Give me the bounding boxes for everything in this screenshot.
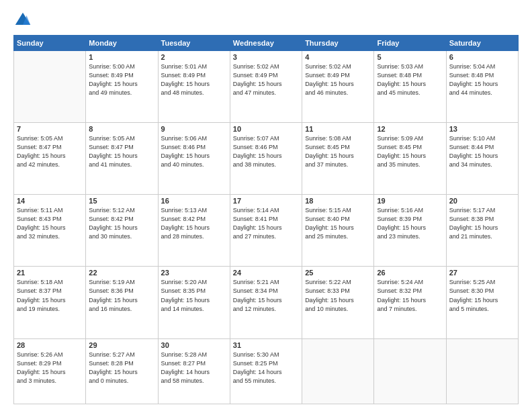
weekday-header-saturday: Saturday — [446, 36, 518, 51]
calendar-cell: 22Sunrise: 5:19 AMSunset: 8:36 PMDayligh… — [86, 267, 158, 338]
day-info: Sunrise: 5:25 AMSunset: 8:30 PMDaylight:… — [449, 278, 515, 313]
calendar-cell: 17Sunrise: 5:14 AMSunset: 8:41 PMDayligh… — [230, 195, 302, 267]
day-info: Sunrise: 5:12 AMSunset: 8:42 PMDaylight:… — [89, 206, 154, 241]
day-info: Sunrise: 5:24 AMSunset: 8:32 PMDaylight:… — [377, 278, 443, 313]
calendar-cell: 9Sunrise: 5:06 AMSunset: 8:46 PMDaylight… — [158, 123, 230, 195]
day-number: 5 — [377, 53, 443, 61]
day-number: 29 — [89, 341, 154, 349]
calendar-cell: 15Sunrise: 5:12 AMSunset: 8:42 PMDayligh… — [86, 195, 158, 267]
week-row-5: 28Sunrise: 5:26 AMSunset: 8:29 PMDayligh… — [14, 338, 519, 404]
day-info: Sunrise: 5:16 AMSunset: 8:39 PMDaylight:… — [377, 206, 443, 241]
weekday-header-friday: Friday — [374, 36, 446, 51]
day-number: 26 — [377, 269, 443, 277]
calendar-cell: 10Sunrise: 5:07 AMSunset: 8:46 PMDayligh… — [230, 123, 302, 195]
calendar-cell: 29Sunrise: 5:27 AMSunset: 8:28 PMDayligh… — [86, 338, 158, 404]
day-number: 28 — [17, 341, 83, 349]
calendar-cell: 21Sunrise: 5:18 AMSunset: 8:37 PMDayligh… — [14, 267, 86, 338]
day-info: Sunrise: 5:17 AMSunset: 8:38 PMDaylight:… — [449, 206, 515, 241]
calendar-cell: 3Sunrise: 5:02 AMSunset: 8:49 PMDaylight… — [230, 51, 302, 123]
calendar-cell: 25Sunrise: 5:22 AMSunset: 8:33 PMDayligh… — [302, 267, 374, 338]
day-number: 2 — [161, 53, 227, 61]
calendar-cell: 2Sunrise: 5:01 AMSunset: 8:49 PMDaylight… — [158, 51, 230, 123]
day-info: Sunrise: 5:30 AMSunset: 8:25 PMDaylight:… — [233, 351, 299, 385]
calendar-cell: 31Sunrise: 5:30 AMSunset: 8:25 PMDayligh… — [230, 338, 302, 404]
day-info: Sunrise: 5:07 AMSunset: 8:46 PMDaylight:… — [233, 134, 299, 169]
day-number: 7 — [17, 125, 83, 133]
day-info: Sunrise: 5:08 AMSunset: 8:45 PMDaylight:… — [305, 134, 371, 169]
calendar-cell: 6Sunrise: 5:04 AMSunset: 8:48 PMDaylight… — [446, 51, 518, 123]
day-number: 19 — [377, 197, 443, 205]
day-number: 9 — [161, 125, 227, 133]
calendar-cell: 20Sunrise: 5:17 AMSunset: 8:38 PMDayligh… — [446, 195, 518, 267]
day-info: Sunrise: 5:11 AMSunset: 8:43 PMDaylight:… — [17, 206, 83, 241]
day-number: 24 — [233, 269, 299, 277]
day-info: Sunrise: 5:05 AMSunset: 8:47 PMDaylight:… — [89, 134, 154, 169]
calendar-cell: 12Sunrise: 5:09 AMSunset: 8:45 PMDayligh… — [374, 123, 446, 195]
calendar-cell: 4Sunrise: 5:02 AMSunset: 8:49 PMDaylight… — [302, 51, 374, 123]
day-info: Sunrise: 5:18 AMSunset: 8:37 PMDaylight:… — [17, 278, 83, 313]
day-info: Sunrise: 5:05 AMSunset: 8:47 PMDaylight:… — [17, 134, 83, 169]
day-info: Sunrise: 5:13 AMSunset: 8:42 PMDaylight:… — [161, 206, 227, 241]
day-number: 18 — [305, 197, 371, 205]
day-number: 16 — [161, 197, 227, 205]
calendar-cell: 11Sunrise: 5:08 AMSunset: 8:45 PMDayligh… — [302, 123, 374, 195]
day-info: Sunrise: 5:01 AMSunset: 8:49 PMDaylight:… — [161, 62, 227, 97]
day-number: 15 — [89, 197, 154, 205]
day-number: 1 — [89, 53, 154, 61]
day-number: 3 — [233, 53, 299, 61]
weekday-header-monday: Monday — [86, 36, 158, 51]
calendar-cell: 13Sunrise: 5:10 AMSunset: 8:44 PMDayligh… — [446, 123, 518, 195]
calendar-cell — [374, 338, 446, 404]
day-number: 6 — [449, 53, 515, 61]
day-info: Sunrise: 5:10 AMSunset: 8:44 PMDaylight:… — [449, 134, 515, 169]
day-number: 22 — [89, 269, 154, 277]
calendar-cell — [446, 338, 518, 404]
day-number: 14 — [17, 197, 83, 205]
calendar-cell: 16Sunrise: 5:13 AMSunset: 8:42 PMDayligh… — [158, 195, 230, 267]
calendar-table: SundayMondayTuesdayWednesdayThursdayFrid… — [13, 35, 519, 404]
day-info: Sunrise: 5:02 AMSunset: 8:49 PMDaylight:… — [305, 62, 371, 97]
day-info: Sunrise: 5:19 AMSunset: 8:36 PMDaylight:… — [89, 278, 154, 313]
day-number: 21 — [17, 269, 83, 277]
calendar-cell: 24Sunrise: 5:21 AMSunset: 8:34 PMDayligh… — [230, 267, 302, 338]
day-info: Sunrise: 5:04 AMSunset: 8:48 PMDaylight:… — [449, 62, 515, 97]
calendar-cell: 7Sunrise: 5:05 AMSunset: 8:47 PMDaylight… — [14, 123, 86, 195]
day-info: Sunrise: 5:20 AMSunset: 8:35 PMDaylight:… — [161, 278, 227, 313]
day-number: 17 — [233, 197, 299, 205]
logo — [13, 11, 35, 30]
calendar-cell: 5Sunrise: 5:03 AMSunset: 8:48 PMDaylight… — [374, 51, 446, 123]
day-number: 13 — [449, 125, 515, 133]
header — [13, 11, 519, 30]
calendar-cell: 30Sunrise: 5:28 AMSunset: 8:27 PMDayligh… — [158, 338, 230, 404]
day-info: Sunrise: 5:21 AMSunset: 8:34 PMDaylight:… — [233, 278, 299, 313]
day-info: Sunrise: 5:27 AMSunset: 8:28 PMDaylight:… — [89, 351, 154, 385]
day-number: 23 — [161, 269, 227, 277]
day-number: 31 — [233, 341, 299, 349]
calendar-cell: 14Sunrise: 5:11 AMSunset: 8:43 PMDayligh… — [14, 195, 86, 267]
day-number: 27 — [449, 269, 515, 277]
day-number: 8 — [89, 125, 154, 133]
day-info: Sunrise: 5:03 AMSunset: 8:48 PMDaylight:… — [377, 62, 443, 97]
week-row-2: 7Sunrise: 5:05 AMSunset: 8:47 PMDaylight… — [14, 123, 519, 195]
calendar-cell — [14, 51, 86, 123]
weekday-header-thursday: Thursday — [302, 36, 374, 51]
day-info: Sunrise: 5:00 AMSunset: 8:49 PMDaylight:… — [89, 62, 154, 97]
day-number: 4 — [305, 53, 371, 61]
calendar-cell: 1Sunrise: 5:00 AMSunset: 8:49 PMDaylight… — [86, 51, 158, 123]
weekday-header-tuesday: Tuesday — [158, 36, 230, 51]
week-row-4: 21Sunrise: 5:18 AMSunset: 8:37 PMDayligh… — [14, 267, 519, 338]
page: SundayMondayTuesdayWednesdayThursdayFrid… — [0, 0, 532, 411]
day-info: Sunrise: 5:06 AMSunset: 8:46 PMDaylight:… — [161, 134, 227, 169]
day-number: 25 — [305, 269, 371, 277]
week-row-1: 1Sunrise: 5:00 AMSunset: 8:49 PMDaylight… — [14, 51, 519, 123]
calendar-cell: 18Sunrise: 5:15 AMSunset: 8:40 PMDayligh… — [302, 195, 374, 267]
day-info: Sunrise: 5:15 AMSunset: 8:40 PMDaylight:… — [305, 206, 371, 241]
calendar-cell: 28Sunrise: 5:26 AMSunset: 8:29 PMDayligh… — [14, 338, 86, 404]
day-info: Sunrise: 5:09 AMSunset: 8:45 PMDaylight:… — [377, 134, 443, 169]
calendar-cell: 19Sunrise: 5:16 AMSunset: 8:39 PMDayligh… — [374, 195, 446, 267]
day-info: Sunrise: 5:26 AMSunset: 8:29 PMDaylight:… — [17, 351, 83, 385]
day-number: 30 — [161, 341, 227, 349]
weekday-header-row: SundayMondayTuesdayWednesdayThursdayFrid… — [14, 36, 519, 51]
logo-icon — [13, 11, 32, 30]
weekday-header-sunday: Sunday — [14, 36, 86, 51]
